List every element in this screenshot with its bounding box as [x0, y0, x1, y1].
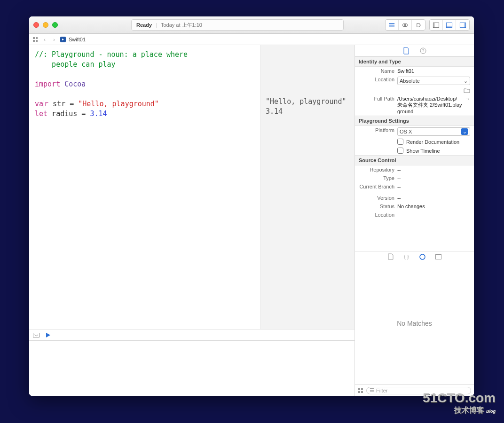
svg-text:?: ? [422, 48, 424, 53]
filter-icon: ☰ [370, 387, 374, 393]
xcode-window: Ready | Today at 上午1:10 [29, 16, 474, 396]
toggle-inspector-button[interactable] [456, 20, 469, 30]
window-controls [33, 22, 58, 28]
folder-icon[interactable] [464, 88, 470, 93]
svg-rect-12 [33, 333, 39, 337]
library-no-matches: No Matches [355, 262, 474, 384]
toggle-debug-button[interactable] [443, 20, 456, 30]
full-path-value: /Users/caishaozi/Desktop/未命名文件夹 2/Swift0… [397, 96, 462, 114]
library-tabs: { } [355, 251, 474, 262]
svg-marker-13 [46, 333, 50, 337]
result-line-2: 3.14 [266, 107, 283, 116]
inspector-panel: ? Identity and Type NameSwift01 Location… [355, 45, 474, 396]
object-library-tab[interactable] [419, 253, 426, 260]
source-control-header: Source Control [355, 155, 474, 165]
svg-rect-5 [446, 25, 452, 27]
playground-file-icon: ▸ [60, 37, 66, 42]
standard-editor-button[interactable] [386, 20, 399, 30]
activity-status: Ready | Today at 上午1:10 [131, 19, 344, 31]
svg-rect-17 [436, 254, 441, 259]
toggle-console-button[interactable] [33, 333, 39, 337]
code-editor[interactable]: //: Playground - noun: a place where peo… [29, 45, 260, 329]
watermark: 51CTO.com 技术博客Blog [423, 391, 496, 415]
svg-rect-8 [33, 37, 35, 39]
file-template-library-tab[interactable] [387, 253, 394, 260]
status-ready: Ready [136, 22, 152, 28]
result-line-1: "Hello, playground" [266, 97, 346, 106]
reveal-arrow-icon[interactable]: → [465, 96, 470, 102]
svg-rect-11 [36, 40, 38, 42]
debug-toolbar [29, 329, 354, 340]
platform-select[interactable]: OS X ⌄ [397, 127, 470, 136]
debug-console[interactable] [29, 340, 354, 396]
quick-help-tab[interactable]: ? [419, 47, 427, 55]
editor-column: //: Playground - noun: a place where peo… [29, 45, 355, 396]
media-library-tab[interactable] [435, 253, 442, 260]
show-timeline-checkbox[interactable]: Show Timeline [355, 146, 474, 155]
assistant-editor-button[interactable] [399, 20, 412, 30]
svg-rect-21 [361, 391, 363, 393]
render-documentation-checkbox[interactable]: Render Documentation [355, 137, 474, 146]
settings-section-header: Playground Settings [355, 116, 474, 126]
panel-visibility-segment [429, 19, 470, 31]
location-select[interactable]: Absolute⌄ [397, 77, 470, 85]
scm-status-value: No changes [397, 204, 470, 209]
identity-name-value: Swift01 [397, 68, 470, 74]
svg-rect-19 [361, 388, 363, 390]
nav-back-button[interactable]: ‹ [41, 37, 48, 42]
identity-section-header: Identity and Type [355, 56, 474, 67]
grid-view-icon[interactable] [358, 388, 363, 393]
svg-rect-10 [33, 40, 35, 42]
svg-rect-20 [358, 391, 360, 393]
jump-bar: ‹ › ▸ Swift01 [29, 34, 474, 45]
svg-rect-7 [464, 23, 465, 27]
main-split: //: Playground - noun: a place where peo… [29, 45, 474, 396]
version-editor-button[interactable] [412, 20, 425, 30]
minimize-button[interactable] [43, 22, 48, 28]
svg-rect-3 [433, 23, 435, 27]
close-button[interactable] [33, 22, 39, 28]
svg-rect-18 [358, 388, 360, 390]
toggle-navigator-button[interactable] [430, 20, 443, 30]
jump-bar-filename[interactable]: Swift01 [69, 37, 86, 42]
svg-rect-9 [36, 37, 38, 39]
nav-forward-button[interactable]: › [51, 37, 57, 42]
code-snippet-library-tab[interactable]: { } [403, 253, 410, 260]
inspector-tabs: ? [355, 45, 474, 56]
svg-point-16 [420, 254, 425, 259]
execute-playground-button[interactable] [45, 332, 51, 338]
titlebar: Ready | Today at 上午1:10 [29, 16, 474, 34]
related-items-icon[interactable] [32, 37, 39, 42]
file-inspector-tab[interactable] [402, 47, 410, 55]
editor-mode-segment [385, 19, 425, 31]
status-time: Today at 上午1:10 [161, 22, 202, 29]
results-sidebar: "Hello, playground" 3.14 [260, 45, 354, 329]
zoom-button[interactable] [52, 22, 58, 28]
